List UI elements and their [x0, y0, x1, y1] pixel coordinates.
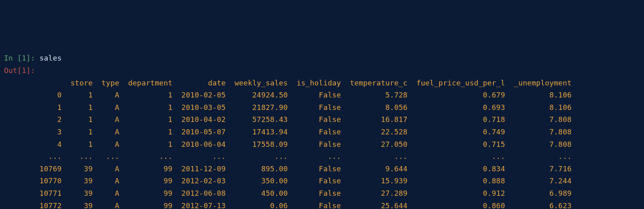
- dataframe-output: store type department date weekly_sales …: [4, 79, 572, 209]
- output-prompt: Out[1]:: [4, 66, 35, 75]
- ipython-cell: In [1]: sales Out[1]: store type departm…: [4, 52, 640, 209]
- input-prompt: In [1]:: [4, 54, 39, 62]
- input-code: sales: [39, 54, 61, 62]
